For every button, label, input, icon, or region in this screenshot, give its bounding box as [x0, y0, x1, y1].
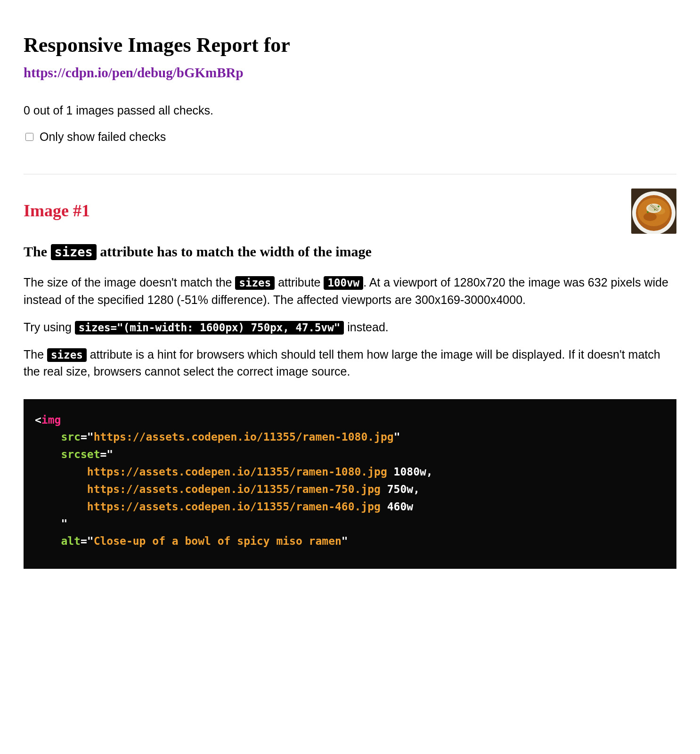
- code-token: ": [61, 517, 67, 530]
- text: attribute: [275, 276, 324, 289]
- divider: [24, 174, 676, 174]
- image-thumbnail: [631, 188, 676, 234]
- report-url-link[interactable]: https://cdpn.io/pen/debug/bGKmBRp: [24, 63, 676, 83]
- code-token: <: [35, 414, 41, 426]
- filter-row: Only show failed checks: [24, 128, 676, 146]
- check-description-1: The size of the image doesn't match the …: [24, 274, 676, 308]
- text: instead.: [344, 320, 389, 334]
- code-token: ": [342, 535, 348, 547]
- sizes-code-pill: sizes: [47, 348, 87, 362]
- code-token: img: [41, 414, 61, 426]
- code-token: =: [81, 535, 87, 547]
- code-token: =: [81, 431, 87, 443]
- code-token: 1080w,: [387, 466, 433, 478]
- text: Try using: [24, 320, 75, 334]
- text: The: [24, 348, 47, 361]
- code-token: ": [87, 431, 94, 443]
- check-title: The sizes attribute has to match the wid…: [24, 242, 676, 261]
- sizes-code-pill: sizes: [51, 244, 97, 260]
- svg-point-12: [654, 209, 656, 211]
- text: attribute is a hint for browsers which s…: [24, 348, 660, 378]
- only-failed-checkbox[interactable]: [25, 133, 33, 141]
- text: The size of the image doesn't match the: [24, 276, 235, 289]
- code-token: ": [394, 431, 400, 443]
- code-token: src: [61, 431, 81, 443]
- svg-point-10: [647, 211, 649, 213]
- only-failed-label: Only show failed checks: [40, 128, 166, 146]
- code-snippet: <img src="https://assets.codepen.io/1135…: [24, 399, 676, 569]
- code-token: https://assets.codepen.io/11355/ramen-75…: [87, 483, 381, 495]
- code-token: https://assets.codepen.io/11355/ramen-46…: [87, 500, 381, 513]
- check-title-post: attribute has to match the width of the …: [97, 244, 372, 259]
- check-explanation: The sizes attribute is a hint for browse…: [24, 346, 676, 380]
- check-title-pre: The: [24, 244, 51, 259]
- code-token: srcset: [61, 448, 100, 460]
- code-token: ": [87, 535, 94, 547]
- svg-point-4: [643, 213, 657, 221]
- code-token: =: [100, 448, 106, 460]
- image-heading: Image #1: [24, 198, 676, 223]
- code-token: Close-up of a bowl of spicy miso ramen: [94, 535, 342, 547]
- code-token: 460w: [381, 500, 413, 513]
- sizes-code-pill: sizes: [235, 276, 275, 290]
- code-token: 750w,: [381, 483, 420, 495]
- code-token: alt: [61, 535, 81, 547]
- code-token: https://assets.codepen.io/11355/ramen-10…: [87, 466, 387, 478]
- svg-point-11: [658, 205, 659, 207]
- page-title: Responsive Images Report for: [24, 33, 676, 58]
- value-code-pill: 100vw: [324, 276, 363, 290]
- suggested-sizes-code-pill: sizes="(min-width: 1600px) 750px, 47.5vw…: [75, 321, 344, 335]
- code-token: ": [106, 448, 113, 460]
- check-suggestion: Try using sizes="(min-width: 1600px) 750…: [24, 319, 676, 336]
- code-token: https://assets.codepen.io/11355/ramen-10…: [94, 431, 394, 443]
- summary-text: 0 out of 1 images passed all checks.: [24, 102, 676, 120]
- image-report-block: Image #1 The sizes attribute has to matc…: [24, 198, 676, 569]
